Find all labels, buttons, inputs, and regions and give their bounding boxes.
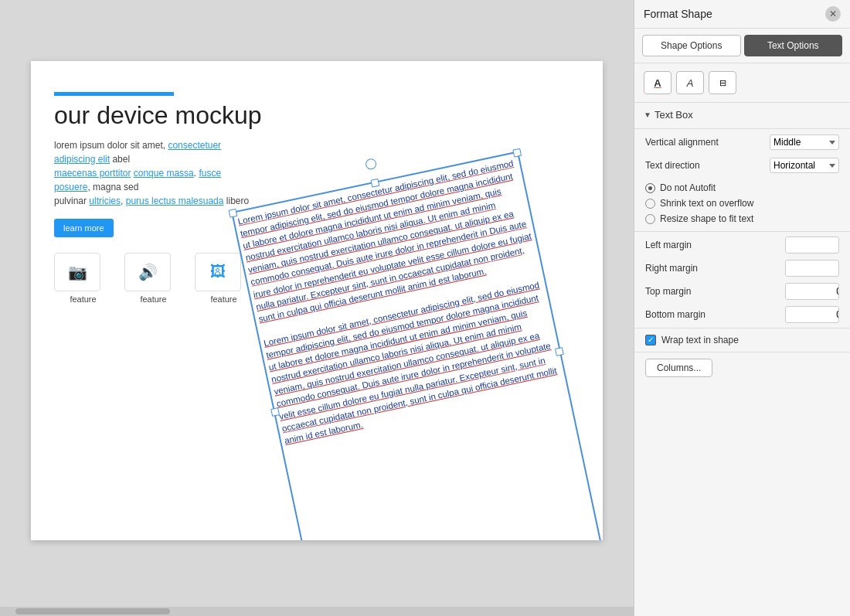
blue-accent-bar — [54, 92, 174, 96]
text-direction-row: Text direction Horizontal Vertical — [634, 154, 850, 177]
autofit-option-1-label: Do not Autofit — [660, 182, 716, 193]
autofit-radio-group: Do not Autofit Shrink text on overflow R… — [634, 177, 850, 230]
wrap-text-label: Wrap text in shape — [661, 335, 739, 345]
learn-more-button[interactable]: learn more — [54, 219, 114, 237]
rotate-handle[interactable] — [365, 157, 378, 170]
panel-title-bar: Format Shape ✕ — [634, 0, 850, 29]
divider-3 — [634, 328, 850, 328]
handle-tr[interactable] — [512, 148, 522, 157]
columns-btn-row: Columns... — [634, 354, 850, 382]
top-margin-spinner: ▲ ▼ — [785, 283, 839, 300]
slide-container: our device mockup lorem ipsum dolor sit … — [0, 0, 634, 601]
top-margin-row: Top margin ▲ ▼ — [634, 280, 850, 303]
autofit-option-3-label: Resize shape to fit text — [660, 213, 753, 224]
bottom-margin-label: Bottom margin — [645, 309, 785, 320]
autofit-option-2-label: Shrink text on overflow — [660, 198, 753, 209]
features-row: 📷 feature 🔊 feature 🖼 feature — [54, 253, 262, 304]
feature-3-label: feature — [210, 294, 236, 304]
text-box-section-header[interactable]: ▼ Text Box — [634, 103, 850, 127]
main-tabs-row: Shape Options Text Options — [634, 29, 850, 63]
tab-text-options[interactable]: Text Options — [744, 35, 843, 56]
autofit-option-2-radio[interactable] — [645, 199, 655, 209]
bottom-margin-spinner: ▲ ▼ — [785, 306, 839, 323]
right-margin-label: Right margin — [645, 263, 785, 274]
feature-2: 🔊 feature — [124, 253, 182, 304]
divider-2 — [634, 231, 850, 232]
feature-1: 📷 feature — [54, 253, 112, 304]
right-panel: Format Shape ✕ Shape Options Text Option… — [634, 0, 850, 616]
divider-1 — [634, 128, 850, 129]
wrap-text-checkbox[interactable]: ✓ — [645, 335, 656, 345]
feature-1-label: feature — [70, 294, 96, 304]
slide-title: our device mockup — [54, 102, 262, 129]
vertical-alignment-row: Vertical alignment Middle Top Bottom — [634, 131, 850, 154]
slide: our device mockup lorem ipsum dolor sit … — [31, 61, 603, 540]
icon-tab-text-box[interactable]: ⊟ — [709, 71, 736, 94]
icon-tabs-row: A A ⊟ — [634, 63, 850, 103]
scrollbar-thumb[interactable] — [15, 608, 170, 614]
horizontal-scrollbar[interactable] — [0, 607, 634, 616]
text-direction-value: Horizontal Vertical — [770, 158, 839, 173]
top-margin-input[interactable] — [786, 284, 839, 298]
right-margin-spinner: ▲ ▼ — [785, 260, 839, 277]
close-button[interactable]: ✕ — [825, 6, 841, 22]
vertical-alignment-select[interactable]: Middle Top Bottom — [770, 134, 839, 150]
right-margin-input[interactable] — [786, 261, 839, 275]
image-icon: 🖼 — [195, 253, 241, 291]
left-margin-spinner: ▲ ▼ — [785, 237, 839, 254]
speaker-icon: 🔊 — [124, 253, 171, 291]
bottom-margin-input[interactable] — [786, 308, 839, 322]
canvas-area: our device mockup lorem ipsum dolor sit … — [0, 0, 634, 616]
vertical-alignment-value: Middle Top Bottom — [770, 134, 839, 150]
text-direction-select[interactable]: Horizontal Vertical — [770, 158, 839, 173]
slide-body-text: lorem ipsum dolor sit amet, consectetuer… — [54, 138, 255, 208]
autofit-option-1-row: Do not Autofit — [645, 180, 839, 196]
vertical-alignment-label: Vertical alignment — [645, 137, 770, 148]
autofit-option-1-radio[interactable] — [645, 183, 655, 193]
autofit-option-3-row: Resize shape to fit text — [645, 211, 839, 226]
columns-button[interactable]: Columns... — [645, 359, 712, 377]
section-arrow: ▼ — [644, 111, 651, 119]
left-margin-input[interactable] — [786, 238, 839, 252]
checkbox-checkmark: ✓ — [648, 336, 654, 344]
left-margin-row: Left margin ▲ ▼ — [634, 233, 850, 257]
panel-title: Format Shape — [644, 8, 712, 20]
text-box-section-label: Text Box — [654, 109, 693, 121]
divider-4 — [634, 352, 850, 352]
bottom-margin-row: Bottom margin ▲ ▼ — [634, 303, 850, 326]
icon-tab-text-effect[interactable]: A — [676, 71, 704, 94]
tab-shape-options[interactable]: Shape Options — [642, 35, 741, 56]
right-margin-row: Right margin ▲ ▼ — [634, 257, 850, 280]
feature-2-label: feature — [140, 294, 166, 304]
camera-icon: 📷 — [54, 253, 100, 291]
icon-tab-text-fill[interactable]: A — [644, 71, 672, 94]
text-box-wrapper[interactable]: Lorem ipsum dolor sit amet, consectetur … — [231, 151, 603, 540]
autofit-option-2-row: Shrink text on overflow — [645, 196, 839, 211]
wrap-text-row: ✓ Wrap text in shape — [634, 330, 850, 350]
left-margin-label: Left margin — [645, 240, 785, 250]
autofit-option-3-radio[interactable] — [645, 214, 655, 224]
slide-content: our device mockup lorem ipsum dolor sit … — [31, 61, 285, 335]
top-margin-label: Top margin — [645, 286, 785, 297]
text-direction-label: Text direction — [645, 160, 770, 171]
